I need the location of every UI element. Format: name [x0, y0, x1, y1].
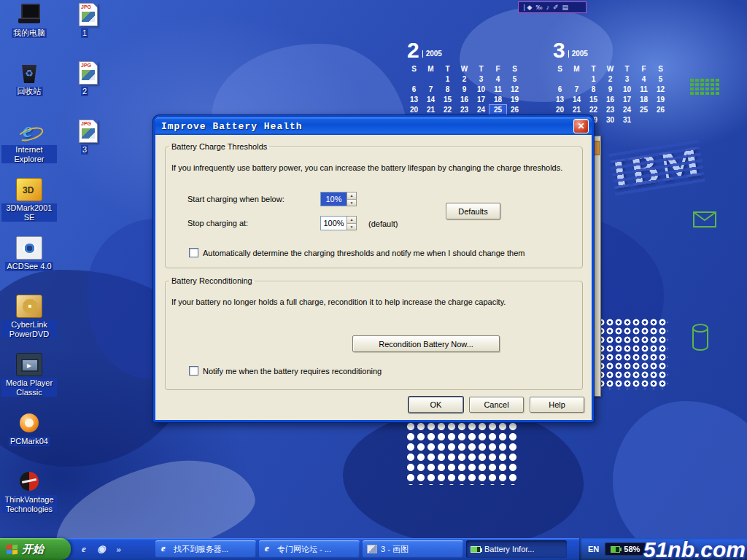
calendar-day: 23	[456, 105, 473, 115]
help-button[interactable]: Help	[530, 397, 584, 413]
windows-logo-icon	[6, 543, 18, 555]
calendar-day: 17	[473, 95, 489, 105]
auto-threshold-checkbox-row: Automatically determine the charging thr…	[189, 248, 525, 257]
desktop-icon-file-1[interactable]: JPG1	[63, 3, 107, 61]
desktop-icon-pcmark04[interactable]: PCMark04	[1, 411, 57, 470]
jpg-file-icon: JPG	[79, 61, 98, 85]
desktop-icon-3dmark2001-se[interactable]: 3DMark2001 SE	[1, 178, 57, 236]
percent-icon[interactable]: ‰	[535, 2, 542, 12]
reconditioning-description: If your battery no longer holds a full c…	[171, 298, 577, 308]
calendar-day: 10	[619, 85, 635, 95]
internet-explorer-quicklaunch-icon[interactable]: e	[78, 543, 90, 555]
spinner-up-icon[interactable]	[347, 217, 356, 224]
spinner-down-icon[interactable]	[347, 224, 356, 230]
desktop-icon-label: 3DMark2001 SE	[1, 203, 57, 222]
calendar-day: 15	[585, 95, 602, 105]
taskbar-task-3[interactable]: 3 - 画图	[363, 540, 463, 558]
calendar-day	[406, 74, 422, 85]
wallpaper-dot-grid	[597, 318, 668, 389]
spinner-buttons	[347, 192, 357, 206]
language-indicator[interactable]: EN	[588, 545, 599, 553]
desktop-icon-file-2[interactable]: JPG2	[63, 61, 107, 120]
taskbar-task-4[interactable]: Battery Infor...	[466, 540, 567, 558]
start-label: 开始	[22, 542, 44, 556]
desktop-icon-media-player-classic[interactable]: Media Player Classic	[1, 353, 57, 411]
taskbar-task-2[interactable]: 专门网论坛 - ...	[259, 540, 360, 558]
spinner-up-icon[interactable]	[347, 192, 356, 200]
calendar-day: 20	[406, 105, 422, 115]
desktop-icon-my-computer[interactable]: 我的电脑	[1, 3, 57, 61]
calendar-day-header: S	[652, 64, 669, 74]
defaults-button[interactable]: Defaults	[446, 203, 500, 219]
default-note: (default)	[368, 219, 398, 228]
task-label: Battery Infor...	[484, 545, 534, 553]
calendar-day-header: M	[568, 64, 585, 74]
desktop-icon-acdsee[interactable]: ACDSee 4.0	[1, 236, 57, 295]
desktop-icon-label: Internet Explorer	[1, 145, 57, 163]
desktop-icon-label: ACDSee 4.0	[5, 262, 53, 271]
desktop-icon-label: PCMark04	[9, 437, 50, 446]
stop-charge-spinner[interactable]: 100%	[320, 216, 357, 230]
battery-reconditioning-group: Battery Reconditioning If your battery n…	[165, 276, 583, 390]
taskbar-task-1[interactable]: 找不到服务器...	[155, 540, 256, 558]
grid-icon[interactable]: ▤	[562, 2, 569, 12]
desktop-icon-recycle-bin[interactable]: 回收站	[1, 61, 57, 120]
ie-task-icon	[160, 545, 170, 553]
diamond-icon[interactable]: ❘◆	[522, 2, 532, 12]
calendar-day: 8	[439, 85, 456, 95]
calendar-month: 3	[553, 38, 565, 63]
calendar-day	[551, 74, 568, 85]
desktop-icon-thinkvantage[interactable]: ThinkVantage Technologies	[1, 470, 57, 528]
calendar-day-header: T	[439, 64, 456, 74]
calendar-day: 3	[473, 74, 489, 85]
calendar-day	[422, 74, 439, 85]
cancel-button[interactable]: Cancel	[469, 397, 524, 413]
calendar-day: 9	[602, 85, 619, 95]
calendar-weekday-row: SMTWTFS	[551, 64, 672, 74]
desktop-icon-label: Media Player Classic	[1, 378, 57, 397]
battery-indicator[interactable]: 58%	[605, 542, 646, 556]
thresholds-description: If you infrequently use battery power, y…	[171, 163, 577, 174]
calendar-day: 19	[652, 95, 669, 105]
desktop-icon-powerdvd[interactable]: CyberLink PowerDVD	[1, 295, 57, 353]
calendar-day: 2	[602, 74, 619, 85]
start-button[interactable]: 开始	[0, 538, 71, 560]
calendar-day: 13	[551, 95, 568, 105]
media-player-quicklaunch-icon[interactable]: ◉	[96, 543, 107, 555]
ok-button[interactable]: OK	[409, 397, 463, 413]
notify-recondition-checkbox-row: Notify me when the battery requires reco…	[189, 366, 382, 376]
note-icon[interactable]: ♪	[546, 2, 549, 12]
desktop-icon-file-3[interactable]: JPG3	[63, 120, 107, 178]
task-buttons: 找不到服务器...专门网论坛 - ...3 - 画图Battery Infor.…	[152, 538, 579, 560]
spinner-down-icon[interactable]	[347, 200, 356, 206]
calendar-day: 20	[551, 105, 568, 115]
quick-launch-chevron[interactable]: »	[113, 543, 125, 555]
calendar-day: 18	[489, 95, 506, 105]
calendar-day: 22	[585, 105, 602, 115]
dialog-titlebar[interactable]: Improve Battery Health ✕	[155, 117, 592, 135]
calendar-day: 6	[406, 85, 422, 95]
watermark: 51nb.com	[643, 537, 746, 560]
calendar-day: 24	[473, 105, 489, 115]
cylinder-icon	[692, 324, 709, 354]
pen-icon[interactable]: ✐	[553, 2, 559, 12]
recondition-battery-button[interactable]: Recondition Battery Now...	[352, 335, 500, 352]
calendar-day: 15	[439, 95, 456, 105]
calendar-day-header: W	[602, 64, 619, 74]
desktop-icon-label: 2	[81, 87, 88, 96]
stop-charge-value[interactable]: 100%	[320, 216, 347, 230]
calendar-day	[652, 115, 669, 125]
calendar-header: 2 2005	[407, 38, 526, 64]
deskband-toolbar: ❘◆‰♪✐▤	[518, 1, 587, 13]
start-charge-spinner[interactable]: 10%	[320, 192, 357, 206]
close-icon[interactable]: ✕	[573, 119, 589, 133]
task-label: 3 - 画图	[381, 544, 409, 555]
start-charge-value[interactable]: 10%	[320, 192, 347, 206]
calendar-day: 17	[619, 95, 635, 105]
notify-recondition-checkbox[interactable]	[189, 366, 198, 376]
calendar-day: 5	[652, 74, 669, 85]
calendar-day: 9	[456, 85, 473, 95]
calendar-day: 24	[619, 105, 635, 115]
desktop-icon-internet-explorer[interactable]: Internet Explorer	[1, 120, 57, 178]
auto-threshold-checkbox[interactable]	[189, 248, 198, 257]
